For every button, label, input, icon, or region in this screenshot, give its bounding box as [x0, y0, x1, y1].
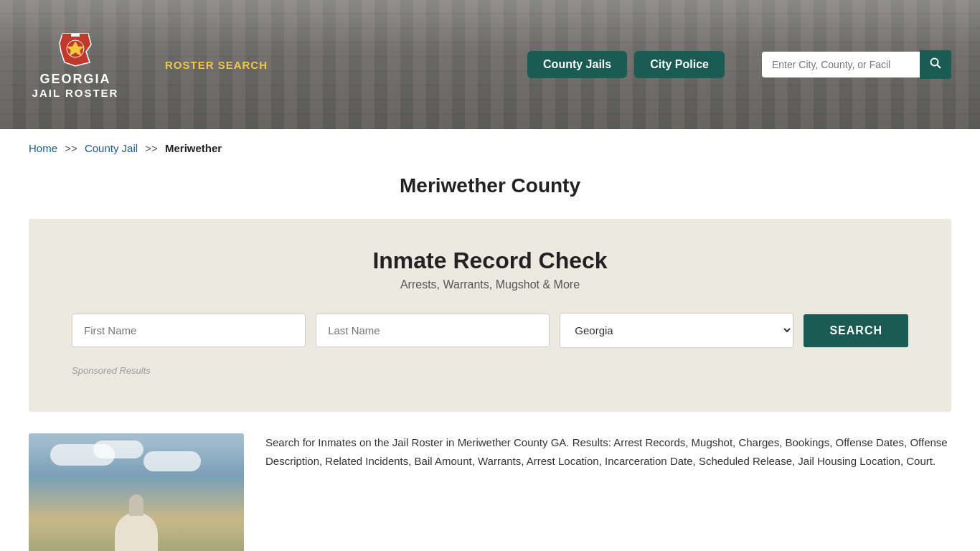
last-name-input[interactable]: [316, 314, 550, 347]
inmate-record-subtitle: Arrests, Warrants, Mugshot & More: [72, 278, 908, 291]
cloud3: [143, 451, 201, 471]
roster-search-link[interactable]: ROSTER SEARCH: [165, 59, 268, 71]
breadcrumb-sep1: >>: [65, 142, 77, 154]
search-icon: [930, 57, 941, 69]
bottom-section: Search for Inmates on the Jail Roster in…: [0, 412, 980, 551]
inmate-record-title: Inmate Record Check: [72, 248, 908, 274]
county-jails-button[interactable]: County Jails: [527, 51, 627, 78]
header-search-input[interactable]: [762, 52, 920, 77]
breadcrumb-home[interactable]: Home: [29, 142, 57, 154]
cloud2: [93, 441, 143, 458]
site-header: GEORGIA JAIL ROSTER ROSTER SEARCH County…: [0, 0, 980, 129]
nav-buttons: County Jails City Police: [527, 51, 725, 78]
inmate-search-button[interactable]: SEARCH: [804, 314, 908, 347]
georgia-seal-icon: [54, 30, 97, 70]
inmate-record-section: Inmate Record Check Arrests, Warrants, M…: [29, 219, 951, 412]
breadcrumb-sep2: >>: [145, 142, 158, 154]
breadcrumb: Home >> County Jail >> Meriwether: [0, 129, 980, 161]
inmate-search-form: Georgia Alabama Florida Tennessee SEARCH: [72, 313, 908, 348]
description-text: Search for Inmates on the Jail Roster in…: [265, 433, 951, 470]
svg-rect-4: [71, 34, 80, 37]
logo-title-line2: JAIL ROSTER: [32, 87, 119, 99]
city-police-button[interactable]: City Police: [634, 51, 725, 78]
svg-rect-3: [62, 34, 71, 37]
first-name-input[interactable]: [72, 314, 306, 347]
header-search-button[interactable]: [920, 50, 951, 79]
courthouse-image: [29, 433, 244, 551]
svg-point-6: [931, 59, 938, 66]
breadcrumb-county-jail[interactable]: County Jail: [85, 142, 138, 154]
state-select[interactable]: Georgia Alabama Florida Tennessee: [560, 313, 793, 348]
site-logo[interactable]: GEORGIA JAIL ROSTER: [29, 30, 122, 99]
dome-shape: [108, 491, 165, 551]
svg-line-7: [938, 65, 941, 69]
clouds: [36, 441, 237, 498]
breadcrumb-current: Meriwether: [165, 142, 222, 154]
svg-rect-5: [80, 34, 88, 37]
sponsored-label: Sponsored Results: [72, 365, 908, 376]
logo-title-line1: GEORGIA: [39, 72, 110, 87]
header-search: [762, 50, 951, 79]
page-title: Meriwether County: [0, 174, 980, 197]
